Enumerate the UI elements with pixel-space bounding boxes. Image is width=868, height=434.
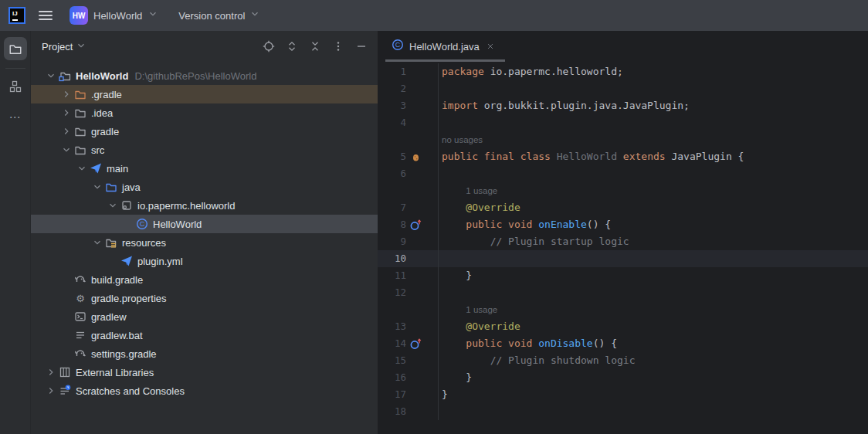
- tree-item-scratches-and-consoles[interactable]: Scratches and Consoles: [31, 381, 378, 400]
- hide-icon[interactable]: [354, 39, 368, 53]
- gutter-spacer: [406, 63, 425, 80]
- chevron-right-icon[interactable]: [59, 126, 73, 137]
- class-icon: C: [392, 39, 404, 54]
- code-line-7[interactable]: 7 @Override: [378, 199, 868, 216]
- project-badge: HW: [70, 6, 88, 25]
- code-line-13[interactable]: 13 @Override: [378, 318, 868, 335]
- tree-item-helloworld[interactable]: CHelloWorld: [31, 215, 378, 233]
- tree-item-io-papermc-helloworld[interactable]: io.papermc.helloworld: [31, 196, 378, 215]
- svg-text:C: C: [140, 220, 145, 228]
- chevron-down-icon[interactable]: [90, 181, 104, 192]
- tree-item-path: D:\githubRePos\HelloWorld: [134, 70, 256, 82]
- tree-item-gradle[interactable]: gradle: [31, 122, 378, 141]
- inlay-hint-row[interactable]: no usages: [378, 131, 868, 148]
- inlay-hint-row[interactable]: 1 usage: [378, 182, 868, 199]
- gutter-spacer: [406, 114, 425, 131]
- project-view-selector[interactable]: Project: [42, 40, 86, 53]
- line-number: 18: [378, 403, 406, 420]
- inlay-hint-row[interactable]: 1 usage: [378, 301, 868, 318]
- collapse-all-icon[interactable]: [308, 39, 322, 53]
- overrides-method-gutter-icon[interactable]: [406, 216, 425, 233]
- code-line-16[interactable]: 16 }: [378, 369, 868, 386]
- tree-item-build-gradle[interactable]: build.gradle: [31, 270, 378, 289]
- chevron-down-icon[interactable]: [106, 200, 120, 211]
- tree-item-src[interactable]: src: [31, 141, 378, 159]
- expand-all-icon[interactable]: [285, 39, 299, 53]
- tree-item-gradlew[interactable]: gradlew: [31, 307, 378, 326]
- code-text: [438, 114, 868, 131]
- structure-tool-button[interactable]: [4, 75, 27, 98]
- code-text: [438, 80, 868, 97]
- folder-icon: [73, 107, 87, 119]
- plugin-class-gutter-icon[interactable]: [406, 148, 425, 165]
- tree-item-settings-gradle[interactable]: settings.gradle: [31, 344, 378, 363]
- chevron-down-icon: [147, 8, 158, 22]
- library-icon: [58, 366, 72, 378]
- more-vertical-icon[interactable]: [331, 39, 345, 53]
- code-line-12[interactable]: 12: [378, 284, 868, 301]
- code-line-6[interactable]: 6: [378, 165, 868, 182]
- overrides-method-gutter-icon[interactable]: [406, 335, 425, 352]
- chevron-down-icon[interactable]: [90, 237, 104, 248]
- usage-inlay-hint: 1 usage: [438, 182, 868, 199]
- main-menu-icon[interactable]: [39, 11, 53, 20]
- gutter-spacer: [406, 80, 425, 97]
- tree-item-plugin-yml[interactable]: plugin.yml: [31, 252, 378, 270]
- locate-icon[interactable]: [262, 39, 276, 53]
- line-number: 15: [378, 352, 406, 369]
- gutter-spacer: [406, 250, 425, 267]
- version-control-widget[interactable]: Version control: [178, 8, 260, 22]
- chevron-right-icon[interactable]: [44, 385, 58, 396]
- line-number: 9: [378, 233, 406, 250]
- code-line-8[interactable]: 8 public void onEnable() {: [378, 216, 868, 233]
- code-line-2[interactable]: 2: [378, 80, 868, 97]
- tab-helloworld-java[interactable]: C HelloWorld.java: [385, 31, 505, 62]
- line-number: [378, 301, 406, 318]
- tree-item-label: src: [91, 144, 104, 156]
- tree-item--gradle[interactable]: .gradle: [31, 85, 378, 103]
- code-line-11[interactable]: 11 }: [378, 267, 868, 284]
- code-line-10[interactable]: 10: [378, 250, 868, 267]
- tree-item-main[interactable]: main: [31, 159, 378, 178]
- gutter-spacer: [406, 386, 425, 403]
- tree-item-java[interactable]: java: [31, 178, 378, 196]
- tree-item-label: plugin.yml: [137, 256, 183, 267]
- project-widget[interactable]: HW HelloWorld: [70, 6, 158, 25]
- chevron-down-icon[interactable]: [75, 163, 89, 174]
- activity-bar: ⋯: [0, 31, 31, 434]
- project-tool-button[interactable]: [4, 37, 27, 60]
- code-line-4[interactable]: 4: [378, 114, 868, 131]
- code-text: // Plugin startup logic: [438, 233, 868, 250]
- code-editor[interactable]: 1package io.papermc.helloworld;23import …: [378, 62, 868, 420]
- code-line-18[interactable]: 18: [378, 403, 868, 420]
- more-tool-windows-button[interactable]: ⋯: [9, 110, 22, 124]
- tree-item-helloworld[interactable]: HelloWorldD:\githubRePos\HelloWorld: [31, 66, 378, 85]
- chevron-right-icon[interactable]: [59, 89, 73, 100]
- code-line-14[interactable]: 14 public void onDisable() {: [378, 335, 868, 352]
- project-tree: HelloWorldD:\githubRePos\HelloWorld.grad…: [31, 62, 378, 434]
- gutter-spacer: [406, 352, 425, 369]
- chevron-right-icon[interactable]: [44, 367, 58, 378]
- tab-close-icon[interactable]: [485, 41, 496, 52]
- tree-item-external-libraries[interactable]: External Libraries: [31, 363, 378, 381]
- code-line-1[interactable]: 1package io.papermc.helloworld;: [378, 63, 868, 80]
- code-line-9[interactable]: 9 // Plugin startup logic: [378, 233, 868, 250]
- code-line-17[interactable]: 17}: [378, 386, 868, 403]
- tree-item-resources[interactable]: resources: [31, 233, 378, 252]
- tree-item-gradle-properties[interactable]: ⚙gradle.properties: [31, 289, 378, 307]
- activity-divider: [5, 68, 25, 69]
- tree-item-gradlew-bat[interactable]: gradlew.bat: [31, 326, 378, 344]
- project-panel-title: Project: [42, 41, 73, 53]
- chevron-down-icon[interactable]: [44, 70, 58, 81]
- code-line-15[interactable]: 15 // Plugin shutdown logic: [378, 352, 868, 369]
- tree-item--idea[interactable]: .idea: [31, 103, 378, 122]
- code-text: [438, 284, 868, 301]
- gutter-spacer: [406, 131, 425, 148]
- code-text: public final class HelloWorld extends Ja…: [438, 148, 868, 165]
- chevron-right-icon[interactable]: [59, 107, 73, 118]
- project-icon: [58, 70, 72, 82]
- chevron-down-icon[interactable]: [59, 144, 73, 155]
- code-line-3[interactable]: 3import org.bukkit.plugin.java.JavaPlugi…: [378, 97, 868, 114]
- tree-item-label: gradlew.bat: [91, 330, 143, 341]
- code-line-5[interactable]: 5public final class HelloWorld extends J…: [378, 148, 868, 165]
